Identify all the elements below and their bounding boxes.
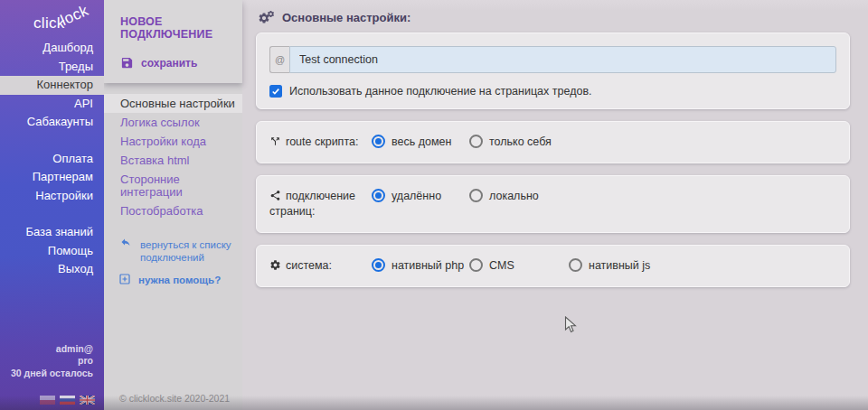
panel-menu-item-html-insert[interactable]: Вставка html — [104, 151, 242, 170]
back-to-connections-link[interactable]: вернуться к списку подключений — [119, 238, 242, 264]
system-label-text: система: — [286, 259, 332, 272]
radio-option-remote[interactable]: удалённо — [372, 189, 469, 202]
panel-menu-item-postprocessing[interactable]: Постобработка — [104, 201, 242, 220]
panel-menu-item-integrations[interactable]: Сторонние интеграции — [104, 170, 242, 201]
sidebar-item-connector[interactable]: Коннектор — [0, 76, 104, 95]
panel-title: НОВОЕ ПОДКЛЮЧЕНИЕ — [120, 15, 233, 41]
at-icon: @ — [269, 46, 289, 73]
page-title: Основные настройки: — [282, 11, 410, 24]
sidebar-item-payment[interactable]: Оплата — [0, 150, 104, 169]
connection-name-card: @ Использовать данное подключение на стр… — [256, 33, 850, 109]
radio-option-native-js[interactable]: нативный js — [569, 258, 650, 272]
sidebar-item-logout[interactable]: Выход — [0, 260, 104, 279]
radio-selected[interactable] — [372, 258, 385, 272]
need-help-label: нужна помощь? — [138, 274, 221, 286]
radio-label[interactable]: только себя — [489, 135, 552, 148]
panel-menu-item-general[interactable]: Основные настройки — [104, 94, 242, 113]
sidebar-item-subaccounts[interactable]: Сабакаунты — [0, 113, 104, 132]
radio-option-whole-domain[interactable]: весь домен — [372, 135, 469, 148]
radio-label[interactable]: весь домен — [392, 135, 451, 148]
nav-spacer — [0, 205, 104, 223]
use-on-threads-label[interactable]: Использовать данное подключение на стран… — [289, 85, 592, 98]
route-setting-card: route скрипта: весь домен только себя — [256, 121, 850, 163]
share-icon — [269, 190, 281, 201]
plus-square-icon — [119, 274, 130, 284]
radio-selected[interactable] — [372, 135, 385, 148]
radio-label[interactable]: локально — [489, 190, 539, 202]
sidebar-item-settings[interactable]: Настройки — [0, 187, 104, 206]
pages-row-label: подключение страниц: — [269, 189, 372, 219]
radio-unselected[interactable] — [469, 189, 483, 202]
system-setting-card: система: нативный php CMS нативный js — [256, 245, 850, 287]
russia-flag-icon[interactable] — [60, 396, 75, 405]
radio-label[interactable]: нативный js — [589, 259, 650, 272]
logo-part-lock: lock — [58, 2, 91, 30]
save-button[interactable]: сохранить — [120, 56, 233, 70]
radio-option-native-php[interactable]: нативный php — [372, 258, 469, 272]
sidebar-item-api[interactable]: API — [0, 95, 104, 114]
connection-name-input[interactable] — [289, 46, 836, 73]
page-header: Основные настройки: — [256, 0, 850, 33]
route-label-text: route скрипта: — [286, 135, 358, 148]
radio-unselected[interactable] — [469, 135, 483, 148]
need-help-link[interactable]: нужна помощь? — [119, 274, 242, 286]
account-days-left: 30 дней осталось — [11, 368, 93, 380]
route-row-label: route скрипта: — [269, 135, 372, 150]
radio-option-only-self[interactable]: только себя — [469, 135, 552, 148]
save-icon — [120, 56, 134, 70]
back-to-connections-label: вернуться к списку подключений — [140, 238, 234, 264]
radio-label[interactable]: удалённо — [392, 190, 441, 202]
pages-connection-card: подключение страниц: удалённо локально — [256, 175, 850, 233]
app-window: clicklock Дашборд Треды Коннектор API Са… — [0, 0, 868, 410]
account-email: admin@ — [11, 343, 93, 356]
pages-label-text: подключение страниц: — [269, 190, 355, 218]
use-on-threads-checkbox[interactable] — [269, 85, 282, 98]
checkmark-icon — [271, 88, 280, 96]
radio-unselected[interactable] — [469, 258, 483, 272]
panel-menu-item-link-logic[interactable]: Логика ссылок — [104, 113, 242, 132]
radio-option-local[interactable]: локально — [469, 189, 539, 202]
radio-selected[interactable] — [372, 189, 385, 202]
copyright-footer: © clicklock.site 2020-2021 — [119, 393, 230, 404]
sidebar-item-threads[interactable]: Треды — [0, 58, 104, 77]
panel-header: НОВОЕ ПОДКЛЮЧЕНИЕ сохранить — [104, 0, 242, 83]
panel-menu: Основные настройки Логика ссылок Настрой… — [104, 94, 242, 220]
poland-flag-icon[interactable] — [40, 396, 55, 405]
connection-panel: НОВОЕ ПОДКЛЮЧЕНИЕ сохранить Основные нас… — [104, 0, 242, 410]
use-on-threads-row: Использовать данное подключение на стран… — [269, 85, 836, 98]
radio-label[interactable]: нативный php — [392, 259, 464, 272]
back-arrow-icon — [119, 238, 132, 249]
system-row-label: система: — [269, 258, 372, 274]
clicklock-logo: clicklock — [0, 0, 104, 36]
panel-menu-item-code-settings[interactable]: Настройки кода — [104, 132, 242, 151]
panel-links: вернуться к списку подключений нужна пом… — [104, 238, 242, 286]
sidebar-item-partners[interactable]: Партнерам — [0, 168, 104, 187]
settings-gears-icon — [258, 10, 274, 24]
save-button-label: сохранить — [141, 57, 197, 70]
account-info: admin@ pro 30 дней осталось — [11, 343, 93, 380]
nav-spacer — [0, 132, 104, 150]
sidebar-item-knowledge-base[interactable]: База знаний — [0, 223, 104, 242]
primary-nav: Дашборд Треды Коннектор API Сабакаунты О… — [0, 39, 104, 279]
connection-name-input-group: @ — [269, 46, 836, 73]
radio-option-cms[interactable]: CMS — [469, 258, 569, 272]
main-content: Основные настройки: @ Использовать данно… — [242, 0, 868, 410]
radio-label[interactable]: CMS — [489, 259, 514, 272]
uk-flag-icon[interactable] — [80, 396, 95, 405]
language-switcher — [40, 396, 95, 405]
primary-sidebar: clicklock Дашборд Треды Коннектор API Са… — [0, 0, 104, 410]
route-split-icon — [269, 135, 281, 147]
system-gear-icon — [269, 259, 281, 271]
radio-unselected[interactable] — [569, 258, 582, 272]
account-plan: pro — [11, 355, 93, 368]
sidebar-item-dashboard[interactable]: Дашборд — [0, 39, 104, 58]
sidebar-item-help[interactable]: Помощь — [0, 242, 104, 261]
